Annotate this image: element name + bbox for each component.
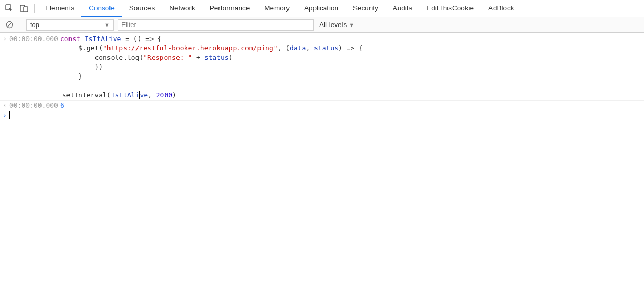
tab-security[interactable]: Security bbox=[346, 0, 386, 17]
output-marker-icon bbox=[0, 101, 9, 110]
tab-application[interactable]: Application bbox=[297, 0, 346, 17]
tab-performance[interactable]: Performance bbox=[202, 0, 257, 17]
tab-network[interactable]: Network bbox=[162, 0, 202, 17]
divider bbox=[34, 4, 35, 13]
timestamp: 00:00:00.000 bbox=[9, 101, 58, 109]
tab-console[interactable]: Console bbox=[81, 0, 122, 17]
console-log-area: 00:00:00.000const IsItAlive = () => { $.… bbox=[0, 33, 644, 121]
prompt-row[interactable] bbox=[0, 111, 644, 121]
tab-adblock[interactable]: AdBlock bbox=[481, 0, 522, 17]
devtools-tabbar: ElementsConsoleSourcesNetworkPerformance… bbox=[0, 0, 644, 17]
clear-console-icon[interactable] bbox=[2, 21, 17, 29]
context-value: top bbox=[30, 21, 39, 29]
timestamp: 00:00:00.000 bbox=[9, 35, 58, 43]
context-selector[interactable]: top ▼ bbox=[26, 19, 114, 31]
log-levels-dropdown[interactable]: All levels ▼ bbox=[319, 21, 354, 29]
device-toolbar-icon[interactable] bbox=[17, 1, 31, 16]
chevron-down-icon: ▼ bbox=[104, 22, 110, 28]
element-picker-icon[interactable] bbox=[2, 1, 17, 16]
divider bbox=[20, 20, 20, 30]
levels-label: All levels bbox=[319, 21, 347, 29]
tab-memory[interactable]: Memory bbox=[257, 0, 297, 17]
input-marker-icon bbox=[0, 34, 9, 44]
log-input-row[interactable]: 00:00:00.000const IsItAlive = () => { $.… bbox=[0, 34, 644, 101]
filter-input[interactable] bbox=[118, 19, 314, 31]
code-body: const IsItAlive = () => { $.get("https:/… bbox=[9, 35, 363, 99]
return-value: 6 bbox=[60, 101, 64, 109]
tab-elements[interactable]: Elements bbox=[38, 0, 81, 17]
svg-line-4 bbox=[7, 22, 12, 27]
log-output-row[interactable]: 00:00:00.0006 bbox=[0, 101, 644, 111]
chevron-down-icon: ▼ bbox=[349, 22, 354, 28]
svg-rect-2 bbox=[24, 7, 28, 12]
text-cursor bbox=[9, 111, 10, 119]
tab-editthiscookie[interactable]: EditThisCookie bbox=[419, 0, 481, 17]
tab-audits[interactable]: Audits bbox=[386, 0, 420, 17]
tab-sources[interactable]: Sources bbox=[122, 0, 162, 17]
console-toolbar: top ▼ All levels ▼ bbox=[0, 17, 644, 33]
prompt-marker-icon bbox=[0, 111, 9, 121]
